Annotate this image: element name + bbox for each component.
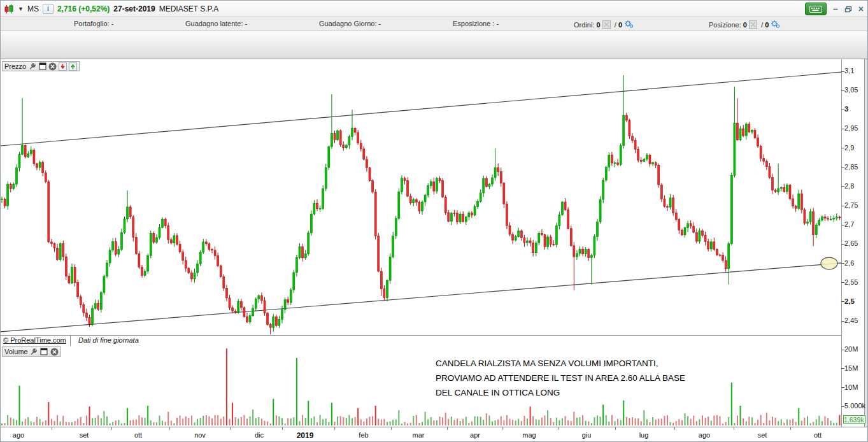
time-axis-label: set [758, 431, 767, 439]
time-axis-label: ott [814, 431, 822, 439]
volume-chart-canvas[interactable] [1, 345, 841, 427]
position-field: Posizione: 0 / 0 [709, 20, 781, 29]
quote-date: 27-set-2019 [113, 4, 155, 13]
price-axis-label: 2,45 [844, 317, 858, 324]
time-axis-label: ott [134, 431, 142, 439]
time-axis-label: nov [194, 431, 206, 439]
price-axis-label: 3 [844, 105, 848, 113]
price-axis-label: 3,05 [844, 86, 858, 94]
title-bar: ▼ MS i 2,716 (+0,52%) 27-set-2019 MEDIAS… [1, 1, 867, 17]
price-axis-label: 2,65 [844, 239, 858, 247]
close-button[interactable]: × [858, 3, 864, 15]
volume-panel-title: Volume [4, 348, 28, 355]
time-axis-tick [52, 427, 52, 430]
price-settings-wrench-icon[interactable] [28, 62, 36, 71]
end-of-day-note: Dati di fine giornata [78, 336, 139, 344]
latent-gain-field: Guadagno latente: - [185, 20, 247, 27]
last-volume-badge: 1.639k [843, 415, 865, 424]
time-axis-tick [282, 427, 283, 430]
portfolio-field: Portafoglio: - [74, 20, 113, 27]
symbol-dropdown-caret[interactable]: ▼ [18, 6, 24, 12]
volume-panel-header: Volume [2, 346, 61, 357]
time-axis-tick [169, 427, 170, 430]
minimize-button[interactable]: – [833, 3, 838, 15]
time-axis-label: feb [359, 431, 368, 439]
price-axis-label: 3,1 [844, 67, 854, 75]
price-maximize-icon[interactable] [38, 62, 46, 71]
price-axis-label: 2,85 [844, 163, 858, 171]
prorealtime-link[interactable]: © ProRealTime.com [3, 336, 66, 344]
account-bar: Portafoglio: - Guadagno latente: - Guada… [1, 17, 867, 31]
price-axis-label: 2,7 [844, 220, 854, 228]
price-axis-label: 2,8 [844, 182, 854, 190]
time-axis-tick [615, 427, 616, 430]
volume-axis-label: 5.000k [844, 402, 865, 410]
price-axis-label: 2,6 [844, 259, 854, 267]
price-axis-label: 2,5 [844, 297, 855, 305]
time-axis-label: giu [582, 431, 592, 439]
instrument-name: MEDIASET S.P.A [159, 4, 219, 13]
volume-axis-label: 20M [844, 345, 858, 353]
copyright-strip: © ProRealTime.com Dati di fine giornata [1, 335, 841, 345]
time-axis-tick [111, 427, 112, 430]
last-price-change: 2,716 (+0,52%) [57, 4, 110, 13]
symbol-label: MS [27, 4, 39, 13]
price-axis-border [841, 59, 842, 427]
price-move-up-icon[interactable] [69, 62, 77, 71]
time-axis-tick [334, 427, 335, 430]
price-panel-header: Prezzo [2, 61, 80, 71]
channel-lower-line [1, 263, 841, 332]
drawing-toolbar: 200 unità▼ Giornaliero▼ ▼ ▶ Qtà Limite [1, 31, 867, 59]
time-axis-tick [230, 427, 231, 430]
time-axis[interactable]: agosetottnovdic2019febmaraprmaggiulugago… [1, 427, 868, 442]
time-axis-label: apr [470, 431, 480, 439]
time-axis-tick [502, 427, 503, 430]
time-axis-label: ago [699, 431, 710, 439]
time-axis-tick [734, 427, 734, 430]
volume-close-icon[interactable] [50, 348, 59, 356]
window-right-strip[interactable] [864, 59, 868, 442]
price-chart-canvas[interactable] [1, 59, 841, 335]
position-settings-gear-icon[interactable] [771, 20, 781, 29]
candlestick-logo-icon [4, 4, 14, 14]
exposure-field: Esposizione : - [453, 20, 499, 27]
time-axis-label: 2019 [297, 431, 314, 440]
day-gain-field: Guadagno Giorno: - [319, 20, 381, 27]
price-close-icon[interactable] [48, 62, 57, 71]
analyst-annotation: CANDELA RIALZISTA MA SENZA VOLUMI IMPORT… [436, 356, 685, 400]
target-area-ellipse [821, 257, 837, 269]
time-axis-label: dic [255, 431, 264, 439]
channel-upper-line [1, 72, 841, 146]
time-axis-tick [558, 427, 559, 430]
time-axis-tick [674, 427, 675, 430]
price-axis-label: 2,55 [844, 278, 858, 286]
time-axis-label: ago [13, 431, 24, 439]
time-axis-tick [391, 427, 392, 430]
info-button[interactable]: i [43, 4, 53, 14]
chart-zone: Prezzo CANDELA RIALZISTA MA SENZA VOLUMI… [1, 59, 868, 442]
price-panel-title: Prezzo [4, 62, 26, 70]
time-axis-label: mag [522, 431, 536, 439]
volume-maximize-icon[interactable] [40, 348, 48, 356]
price-axis-label: 2,75 [844, 201, 858, 209]
orders-list-icon[interactable] [602, 20, 611, 29]
price-axis-label: 2,9 [844, 144, 854, 152]
time-axis-label: lug [639, 431, 649, 439]
restore-button[interactable] [844, 6, 852, 13]
time-axis-tick [447, 427, 448, 430]
proreal-time-window: ▼ MS i 2,716 (+0,52%) 27-set-2019 MEDIAS… [0, 0, 868, 442]
volume-axis-label: 10M [844, 383, 858, 391]
orders-settings-gear-icon[interactable] [624, 20, 634, 29]
price-axis-label: 2,95 [844, 124, 858, 132]
time-axis-label: set [80, 431, 89, 439]
orders-field: Ordini: 0 / 0 [574, 20, 634, 29]
price-move-down-icon[interactable] [59, 62, 67, 71]
position-list-icon[interactable] [749, 20, 757, 29]
time-axis-label: mar [413, 431, 425, 439]
volume-axis-label: 15M [844, 364, 858, 372]
volume-settings-wrench-icon[interactable] [30, 348, 38, 356]
time-axis-tick [790, 427, 791, 430]
virtual-keyboard-button[interactable] [805, 3, 827, 15]
